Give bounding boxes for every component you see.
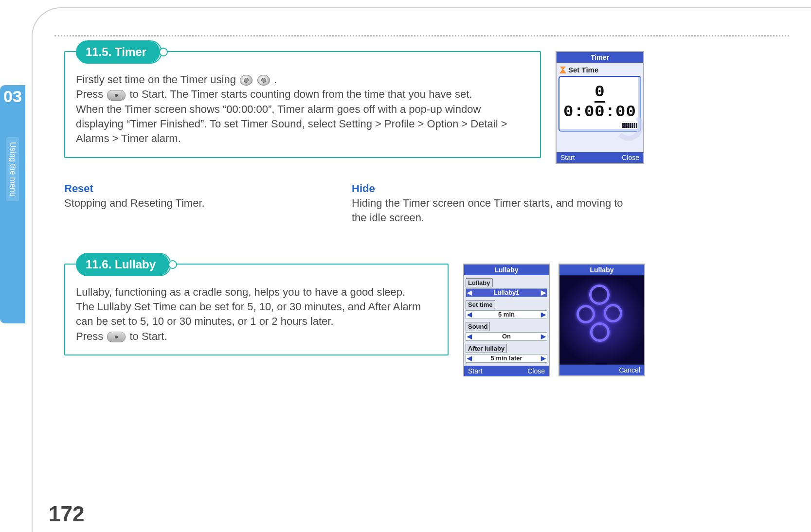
dotted-separator bbox=[54, 35, 789, 36]
lullaby-screenshots: Lullaby Lullaby ◀ Lullaby1 ▶ Set time ◀ … bbox=[463, 264, 645, 376]
val-settime: 5 min bbox=[473, 311, 540, 318]
timer-screen-title: Timer bbox=[557, 52, 643, 63]
val-lullaby: Lullaby1 bbox=[473, 289, 540, 296]
lullaby1-softkeys: Start Close bbox=[464, 366, 549, 376]
reset-col: Reset Stopping and Reseting Timer. bbox=[64, 182, 336, 226]
section-timer: 11.5. Timer Firstly set time on the Time… bbox=[64, 51, 789, 164]
selector-after[interactable]: ◀ 5 min later ▶ bbox=[466, 354, 547, 363]
hourglass-icon bbox=[559, 67, 566, 73]
page-frame: 11.5. Timer Firstly set time on the Time… bbox=[32, 7, 811, 532]
arrow-left-icon[interactable]: ◀ bbox=[466, 289, 473, 296]
chapter-title: Using the menu bbox=[6, 137, 19, 201]
timer-line2a: Press bbox=[76, 88, 106, 100]
arrow-right-icon[interactable]: ▶ bbox=[540, 355, 547, 362]
field-settime-label: Set time bbox=[466, 300, 495, 309]
field-lullaby-label: Lullaby bbox=[466, 278, 493, 287]
timer-bg-swirl-icon bbox=[614, 111, 643, 141]
timer-body: Firstly set time on the Timer using . Pr… bbox=[76, 72, 531, 146]
dpad-icon bbox=[107, 90, 126, 101]
timer-softkey-close[interactable]: Close bbox=[622, 154, 639, 161]
lullaby-line3a: Press bbox=[76, 330, 106, 342]
arrow-right-icon[interactable]: ▶ bbox=[540, 289, 547, 296]
val-sound: On bbox=[473, 333, 540, 340]
lullaby2-softkeys: Cancel bbox=[559, 365, 644, 375]
hide-heading: Hide bbox=[352, 182, 624, 195]
dpad-icon-2 bbox=[107, 332, 126, 342]
timer-set-time-label: Set Time bbox=[568, 66, 598, 74]
section-heading-lullaby: 11.6. Lullaby bbox=[77, 254, 170, 275]
arrow-left-icon[interactable]: ◀ bbox=[466, 333, 473, 340]
arrow-right-icon[interactable]: ▶ bbox=[540, 311, 547, 318]
reset-hide-row: Reset Stopping and Reseting Timer. Hide … bbox=[64, 182, 624, 226]
val-after: 5 min later bbox=[473, 355, 540, 362]
side-tab: 03 Using the menu bbox=[0, 85, 25, 323]
lullaby-visualizer bbox=[559, 275, 644, 365]
timer-softkey-start[interactable]: Start bbox=[560, 154, 575, 161]
reset-body: Stopping and Reseting Timer. bbox=[64, 196, 336, 211]
lullaby-line2: The Lullaby Set Time can be set for 5, 1… bbox=[76, 301, 421, 327]
lullaby-body: Lullaby, functioning as a cradle song, h… bbox=[76, 285, 439, 344]
selector-settime[interactable]: ◀ 5 min ▶ bbox=[466, 310, 547, 319]
lullaby2-softkey-cancel[interactable]: Cancel bbox=[619, 366, 640, 374]
timer-softkeys: Start Close bbox=[557, 152, 643, 163]
timer-line1b: . bbox=[274, 73, 277, 86]
lullaby-box: 11.6. Lullaby Lullaby, functioning as a … bbox=[64, 264, 449, 355]
timer-line3: When the Timer screen shows “00:00:00”, … bbox=[76, 103, 507, 145]
arrow-right-icon[interactable]: ▶ bbox=[540, 333, 547, 340]
timer-box: 11.5. Timer Firstly set time on the Time… bbox=[64, 51, 541, 158]
section-lullaby: 11.6. Lullaby Lullaby, functioning as a … bbox=[64, 264, 789, 376]
selector-sound[interactable]: ◀ On ▶ bbox=[466, 332, 547, 341]
timer-line1a: Firstly set time on the Timer using bbox=[76, 73, 239, 86]
timer-line2b: to Start. The Timer starts counting down… bbox=[129, 88, 472, 100]
timer-set-time-row: Set Time bbox=[559, 65, 641, 76]
section-heading-timer: 11.5. Timer bbox=[77, 41, 161, 63]
lullaby1-softkey-close[interactable]: Close bbox=[527, 367, 545, 375]
ring-icon bbox=[604, 304, 622, 322]
lullaby-line3b: to Start. bbox=[129, 330, 167, 342]
page-number: 172 bbox=[49, 502, 84, 526]
reset-heading: Reset bbox=[64, 182, 336, 195]
hide-col: Hide Hiding the Timer screen once Timer … bbox=[352, 182, 624, 226]
lullaby1-title: Lullaby bbox=[464, 265, 549, 275]
lullaby1-body: Lullaby ◀ Lullaby1 ▶ Set time ◀ 5 min ▶ … bbox=[464, 275, 549, 366]
ring-icon bbox=[589, 284, 610, 305]
lullaby1-softkey-start[interactable]: Start bbox=[468, 367, 483, 375]
lullaby2-title: Lullaby bbox=[559, 265, 644, 275]
arrow-left-icon[interactable]: ◀ bbox=[466, 355, 473, 362]
lullaby-screenshot-2: Lullaby Cancel bbox=[559, 264, 645, 376]
arrow-left-icon[interactable]: ◀ bbox=[466, 311, 473, 318]
field-after-label: After lullaby bbox=[466, 344, 507, 353]
field-sound-label: Sound bbox=[466, 322, 490, 331]
chapter-number: 03 bbox=[3, 87, 22, 106]
timer-screen-body: Set Time 00:00:00 bbox=[557, 63, 643, 152]
lullaby-line1: Lullaby, functioning as a cradle song, h… bbox=[76, 286, 405, 298]
ring-icon bbox=[577, 305, 595, 323]
ring-icon bbox=[590, 322, 610, 342]
wheel-left-icon bbox=[240, 75, 252, 86]
timer-screenshot: Timer Set Time 00:00:00 Start Close bbox=[556, 51, 644, 164]
hide-body: Hiding the Timer screen once Timer start… bbox=[352, 196, 624, 226]
selector-lullaby[interactable]: ◀ Lullaby1 ▶ bbox=[466, 288, 547, 297]
lullaby-screenshot-1: Lullaby Lullaby ◀ Lullaby1 ▶ Set time ◀ … bbox=[463, 264, 550, 376]
wheel-right-icon bbox=[257, 75, 270, 86]
